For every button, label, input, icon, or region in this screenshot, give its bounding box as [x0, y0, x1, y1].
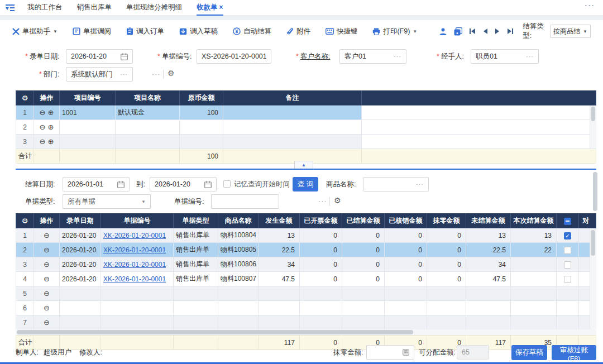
project-no-cell[interactable]: 1001 [60, 106, 116, 120]
customer-input[interactable]: 客户01··· [339, 49, 406, 64]
remember-start-time-checkbox[interactable] [223, 180, 231, 188]
add-row-icon[interactable]: ⊕ [48, 123, 54, 131]
save-draft-button[interactable]: 保存草稿 [511, 345, 547, 360]
remove-row-icon[interactable]: ⊖ [44, 275, 50, 283]
detail-table-row[interactable]: 4⊖2026-01-20XK-2026-01-20-0001销售出库单物料100… [16, 272, 596, 286]
remove-row-icon[interactable]: ⊖ [40, 137, 46, 146]
remove-row-icon[interactable]: ⊖ [44, 260, 50, 269]
nav-last-icon[interactable] [507, 28, 514, 35]
row-select-cell[interactable] [557, 257, 579, 272]
note-cell[interactable] [223, 135, 362, 149]
row-select-cell[interactable]: ✓ [557, 228, 579, 243]
doc-type-select[interactable]: 所有单据▼ [63, 194, 151, 209]
tab-more-menu-icon[interactable]: ··· [585, 2, 596, 9]
nav-next-icon[interactable] [495, 28, 500, 35]
column-settings-gear-icon[interactable]: ⚙ [16, 91, 34, 106]
settle-date-from-input[interactable]: 2026-01-01 [63, 177, 130, 191]
column-settings-gear-icon[interactable]: ⚙ [16, 214, 34, 228]
row-checkbox[interactable]: ✓ [564, 232, 571, 240]
this-settle-cell[interactable]: 13 [511, 228, 557, 243]
detail-table-row[interactable]: 3⊖2026-01-20XK-2026-01-20-0001销售出库单物料100… [16, 257, 596, 272]
handler-input[interactable]: 职员01··· [471, 49, 539, 64]
project-table-row[interactable]: 2⊖⊕ [16, 120, 596, 135]
more-fields-dots-icon[interactable]: ··· [152, 70, 161, 78]
note-cell[interactable] [223, 106, 362, 120]
project-no-cell[interactable] [60, 120, 116, 135]
project-name-cell[interactable]: 默认现金 [116, 106, 180, 120]
doc-no-link[interactable]: XK-2026-01-20-0001 [103, 275, 166, 283]
detail-table-row[interactable]: 1⊖2026-01-20XK-2026-01-20-0001销售出库单物料100… [16, 228, 596, 243]
amount-cell[interactable] [180, 120, 223, 135]
project-table-row[interactable]: 3⊖⊕ [16, 135, 596, 149]
doc-review-button[interactable]: 单据调阅 [73, 27, 111, 36]
query-doc-no-input[interactable] [211, 194, 279, 209]
nav-first-icon[interactable] [469, 28, 476, 35]
shortcut-keys-button[interactable]: 快捷键 [326, 27, 358, 36]
this-settle-cell[interactable]: 22 [511, 243, 557, 257]
record-date-input[interactable]: 2026-01-20 [66, 49, 133, 64]
select-all-column[interactable] [557, 214, 579, 228]
settle-type-select[interactable]: 按商品结▼ [550, 25, 591, 38]
remove-row-icon[interactable]: ⊖ [44, 289, 50, 298]
menu-collapse-icon[interactable] [6, 4, 15, 12]
lookup-dots-icon[interactable]: ··· [416, 181, 424, 188]
doc-no-link[interactable]: XK-2026-01-20-0001 [103, 246, 166, 254]
detail-table-row[interactable]: 7⊖ [16, 315, 596, 330]
form-settings-gear-icon[interactable]: ⚙ [168, 69, 175, 78]
page-scrollbar[interactable] [593, 172, 597, 211]
settle-date-to-input[interactable]: 2026-01-20 [150, 177, 217, 191]
lookup-dots-icon[interactable]: ··· [526, 53, 534, 60]
amount-cell[interactable] [180, 135, 223, 149]
auto-settle-button[interactable]: 自动结算 [233, 27, 271, 36]
this-settle-cell[interactable] [511, 272, 557, 286]
row-checkbox[interactable] [564, 276, 571, 283]
doc-no-link[interactable]: XK-2026-01-20-0001 [103, 261, 166, 269]
detail-table-scrollbar[interactable] [590, 228, 596, 329]
collapse-panel-button[interactable]: ▲ [294, 161, 313, 169]
post-button[interactable]: 审核过账(F8) [552, 345, 596, 360]
row-select-cell[interactable] [557, 272, 579, 286]
filter-settings-gear-icon[interactable]: ⚙ [334, 196, 341, 205]
nav-prev-icon[interactable] [482, 28, 488, 35]
import-draft-button[interactable]: 调入草稿 [179, 27, 218, 36]
select-all-checkbox[interactable] [564, 218, 571, 225]
attachment-button[interactable]: 附件 [286, 27, 310, 36]
project-name-cell[interactable] [116, 120, 180, 135]
project-table-scrollbar[interactable] [590, 106, 596, 149]
row-checkbox[interactable] [564, 261, 571, 269]
close-tab-icon[interactable]: × [219, 3, 223, 11]
detail-table-row[interactable]: 2⊖2026-01-20XK-2026-01-20-0001销售出库单物料100… [16, 243, 596, 257]
tab-item-1[interactable]: 销售出库单 [77, 0, 112, 16]
lookup-dots-icon[interactable]: ··· [120, 71, 128, 78]
detail-table-row[interactable]: 6⊖ [16, 301, 596, 315]
more-filters-dots-icon[interactable]: ··· [318, 197, 327, 205]
project-no-cell[interactable] [60, 135, 116, 149]
copy-doc-icon[interactable] [454, 27, 462, 36]
remove-row-icon[interactable]: ⊖ [40, 123, 46, 131]
detail-table-row[interactable]: 5⊖ [16, 286, 596, 301]
this-settle-cell[interactable] [511, 257, 557, 272]
tab-item-3[interactable]: 收款单× [197, 0, 223, 16]
calculator-icon[interactable] [403, 349, 409, 356]
add-row-icon[interactable]: ⊕ [48, 108, 54, 117]
row-checkbox[interactable] [564, 247, 571, 254]
product-name-input[interactable]: ··· [363, 177, 429, 191]
tab-item-2[interactable]: 单据现结分摊明细 [126, 0, 182, 16]
note-cell[interactable] [223, 120, 362, 135]
rounding-amount-input[interactable] [366, 345, 414, 360]
doc-no-link[interactable]: XK-2026-01-20-0001 [103, 232, 166, 240]
lookup-dots-icon[interactable]: ··· [394, 53, 401, 60]
doc-assistant-button[interactable]: 单据助手▼ [12, 27, 58, 36]
remove-row-icon[interactable]: ⊖ [44, 231, 50, 240]
customer-label[interactable]: *客户名称: [296, 49, 330, 64]
remove-row-icon[interactable]: ⊖ [44, 304, 50, 312]
department-input[interactable]: 系统默认部门··· [66, 67, 133, 82]
remove-row-icon[interactable]: ⊖ [44, 318, 50, 327]
tab-item-0[interactable]: 我的工作台 [27, 0, 63, 16]
project-name-cell[interactable] [116, 135, 180, 149]
doc-no-input[interactable]: XS-2026-01-20-0001 [197, 49, 271, 64]
remove-row-icon[interactable]: ⊖ [44, 246, 50, 254]
row-select-cell[interactable] [557, 243, 579, 257]
detail-table-hscrollbar[interactable] [16, 329, 596, 335]
amount-cell[interactable]: 100 [180, 106, 223, 120]
